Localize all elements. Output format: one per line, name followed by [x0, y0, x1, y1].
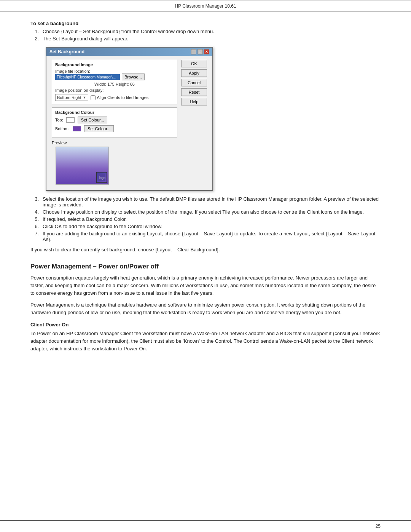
dropdown-arrow-icon: ▼ [83, 96, 86, 99]
step-2-text: The Set Background dialog will appear. [43, 36, 128, 42]
set-background-dialog: Set Background — □ ✕ Background Image Im… [46, 47, 213, 191]
steps-before-dialog: 1. Choose {Layout – Set Background} from… [30, 29, 381, 42]
bottom-colour-row: Bottom: Set Colour... [55, 125, 174, 132]
apply-button[interactable]: Apply [181, 69, 207, 77]
image-size-info: Width: 175 Height: 66 [55, 82, 174, 86]
power-management-para1: Power consumption equates largely with h… [30, 274, 381, 297]
client-power-on-text: To Power on an HP Classroom Manager Clie… [30, 330, 381, 353]
logo-icon: logo [98, 174, 105, 181]
clear-background-note: If you wish to clear the currently set b… [30, 246, 381, 254]
file-input-row: Files\hp\HP Classroom Manager\Schoollogo… [55, 73, 174, 80]
page-content: To set a background 1. Choose {Layout – … [0, 11, 411, 379]
step-1-text: Choose {Layout – Set Background} from th… [43, 29, 214, 34]
background-image-label: Background Image [55, 62, 174, 67]
image-file-location-label: Image file location: [55, 69, 174, 73]
cancel-button[interactable]: Cancel [181, 79, 207, 86]
background-colour-section: Background Colour Top: Set Colour... Bot… [52, 107, 177, 137]
power-management-title: Power Management – Power on/Power off [30, 263, 381, 270]
help-button[interactable]: Help [181, 98, 207, 105]
header-title: HP Classroom Manager 10.61 [175, 3, 236, 9]
dialog-wrapper: Set Background — □ ✕ Background Image Im… [46, 47, 381, 191]
preview-label: Preview [52, 141, 177, 145]
align-checkbox-label: Align Clients to tiled Images [97, 95, 149, 100]
steps-after-dialog: 3. Select the location of the image you … [30, 196, 381, 242]
top-label: Top: [55, 118, 63, 122]
position-row: Bottom Right ▼ Align Clients to tiled Im… [55, 94, 174, 101]
dialog-sidebar-buttons: OK Apply Cancel Reset Help [181, 60, 207, 185]
background-colour-label: Background Colour [55, 110, 174, 115]
top-colour-row: Top: Set Colour... [55, 117, 174, 123]
dialog-titlebar-controls: — □ ✕ [191, 49, 209, 54]
dialog-body: Background Image Image file location: Fi… [46, 56, 212, 190]
step-5: 5. If required, select a Background Colo… [30, 216, 381, 222]
page-header: HP Classroom Manager 10.61 [0, 0, 411, 11]
step-4-text: Choose Image position on display to sele… [43, 209, 364, 215]
step-6-text: Click OK to add the background to the Co… [43, 224, 162, 229]
step-7: 7. If you are adding the background to a… [30, 231, 381, 242]
align-checkbox[interactable] [91, 95, 96, 100]
bottom-label: Bottom: [55, 126, 70, 131]
set-background-heading: To set a background [30, 21, 381, 26]
preview-section: Preview logo [52, 141, 177, 185]
step-3-text: Select the location of the image you wis… [43, 196, 381, 208]
set-colour-top-button[interactable]: Set Colour... [78, 117, 108, 123]
step-2: 2. The Set Background dialog will appear… [30, 36, 381, 42]
position-dropdown[interactable]: Bottom Right ▼ [55, 94, 88, 101]
background-image-section: Background Image Image file location: Fi… [52, 60, 177, 104]
top-colour-swatch [66, 117, 75, 123]
dialog-titlebar: Set Background — □ ✕ [46, 48, 212, 56]
image-position-label: Image position on display: [55, 88, 174, 93]
ok-button[interactable]: OK [181, 60, 207, 67]
dialog-main-content: Background Image Image file location: Fi… [52, 60, 177, 185]
browse-button[interactable]: Browse... [122, 73, 145, 80]
preview-box: logo [56, 147, 109, 185]
step-3: 3. Select the location of the image you … [30, 196, 381, 208]
set-colour-bottom-button[interactable]: Set Colour... [84, 125, 114, 132]
step-1: 1. Choose {Layout – Set Background} from… [30, 29, 381, 34]
step-7-num: 7. [30, 231, 39, 242]
reset-button[interactable]: Reset [181, 88, 207, 96]
page-number: 25 [376, 524, 381, 529]
footer: 25 [0, 521, 411, 532]
position-value: Bottom Right [57, 95, 81, 100]
step-5-num: 5. [30, 216, 39, 222]
close-button[interactable]: ✕ [204, 49, 209, 54]
bottom-colour-swatch [73, 126, 81, 131]
dialog-title: Set Background [49, 49, 84, 54]
step-6-num: 6. [30, 224, 39, 229]
step-4-num: 4. [30, 209, 39, 215]
maximize-button[interactable]: □ [198, 49, 203, 54]
step-4: 4. Choose Image position on display to s… [30, 209, 381, 215]
svg-text:logo: logo [99, 176, 105, 180]
step-6: 6. Click OK to add the background to the… [30, 224, 381, 229]
power-management-para2: Power Management is a technique that ena… [30, 301, 381, 316]
step-5-text: If required, select a Background Color. [43, 216, 127, 222]
step-1-num: 1. [30, 29, 39, 34]
minimize-button[interactable]: — [191, 49, 196, 54]
client-power-on-heading: Client Power On [30, 322, 381, 328]
file-path-input[interactable]: Files\hp\HP Classroom Manager\Schoollogo… [55, 74, 120, 80]
preview-logo: logo [96, 172, 107, 183]
step-7-text: If you are adding the background to an e… [43, 231, 381, 242]
step-3-num: 3. [30, 196, 39, 208]
align-checkbox-row: Align Clients to tiled Images [91, 95, 149, 100]
step-2-num: 2. [30, 36, 39, 42]
